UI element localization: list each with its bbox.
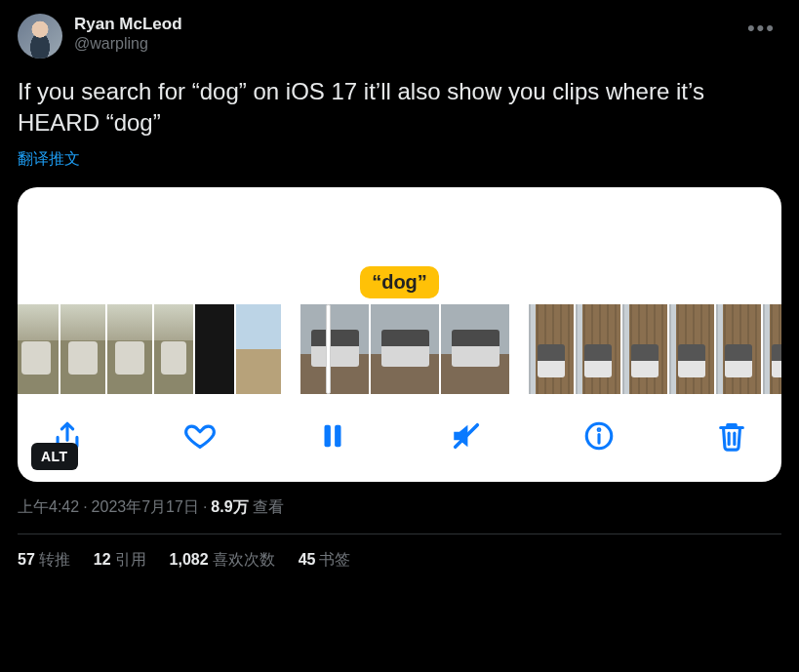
tweet-header: Ryan McLeod @warpling ••• [18,14,781,59]
more-button[interactable]: ••• [741,14,781,43]
like-button[interactable] [183,419,217,453]
tweet-meta: 上午4:42 · 2023年7月17日 · 8.9万 查看 [18,497,781,518]
delete-button[interactable] [715,419,748,453]
display-name: Ryan McLeod [74,14,182,34]
bookmarks-stat[interactable]: 45书签 [299,550,351,571]
likes-stat[interactable]: 1,082喜欢次数 [170,550,275,571]
media-card[interactable]: “dog” [18,187,781,482]
heart-icon [183,419,217,453]
tweet-container: Ryan McLeod @warpling ••• If you search … [0,0,799,571]
clip-group-1 [18,304,281,394]
tweet-time[interactable]: 上午4:42 [18,497,79,518]
svg-rect-1 [336,424,341,447]
tweet-date[interactable]: 2023年7月17日 [92,497,199,518]
video-frame [529,304,574,394]
handle: @warpling [74,34,182,54]
video-frame [300,304,369,394]
video-frame [716,304,761,394]
media-top: “dog” [18,187,781,304]
alt-badge[interactable]: ALT [31,443,78,470]
pause-button[interactable] [316,419,349,453]
video-timeline[interactable] [18,304,781,394]
video-frame [60,304,105,394]
info-button[interactable] [582,419,616,453]
video-frame [195,304,234,394]
timeline-playhead[interactable] [326,304,331,394]
media-controls [18,394,781,482]
views-label: 查看 [253,497,284,518]
views-count: 8.9万 [211,497,248,518]
video-frame [622,304,667,394]
info-icon [582,419,616,453]
quotes-stat[interactable]: 12引用 [94,550,146,571]
search-term-bubble: “dog” [360,266,439,298]
avatar[interactable] [18,14,62,59]
trash-icon [715,419,748,453]
pause-icon [316,419,349,453]
tweet-text: If you search for “dog” on iOS 17 it’ll … [18,76,781,139]
video-frame [18,304,59,394]
divider [18,534,781,534]
retweets-stat[interactable]: 57转推 [18,550,70,571]
video-frame [236,304,281,394]
clip-group-2 [300,304,509,394]
video-frame [154,304,193,394]
video-frame [107,304,152,394]
translate-link[interactable]: 翻译推文 [18,149,781,170]
mute-button[interactable] [450,419,483,453]
clip-group-3 [529,304,781,394]
tweet-stats: 57转推 12引用 1,082喜欢次数 45书签 [18,550,781,571]
video-frame [576,304,620,394]
svg-rect-0 [325,424,331,447]
svg-point-4 [598,429,600,431]
video-frame [371,304,439,394]
video-frame [763,304,781,394]
author-names[interactable]: Ryan McLeod @warpling [74,14,182,54]
muted-speaker-icon [450,419,483,453]
video-frame [441,304,509,394]
video-frame [669,304,714,394]
